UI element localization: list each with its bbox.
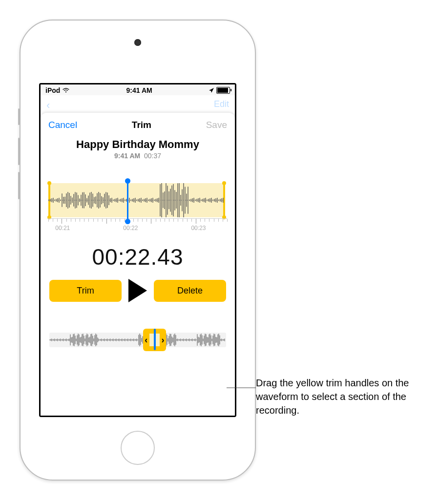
overview-waveform-svg xyxy=(49,333,225,347)
play-button[interactable] xyxy=(128,279,147,302)
ipod-device-frame: iPod 9:41 AM xyxy=(20,20,256,481)
current-time-display: 00:22.43 xyxy=(41,244,235,270)
detail-waveform[interactable]: 00:2100:2200:23 xyxy=(48,178,227,232)
playhead[interactable] xyxy=(127,180,128,222)
edit-button-dimmed: Edit xyxy=(214,99,229,112)
callout-leader-line xyxy=(227,382,256,397)
location-arrow-icon xyxy=(209,87,214,93)
recording-title: Happy Birthday Mommy xyxy=(41,138,235,151)
home-button[interactable] xyxy=(121,431,155,465)
back-chevron-icon: ‹ xyxy=(46,99,50,112)
carrier-label: iPod xyxy=(45,86,60,94)
status-bar: iPod 9:41 AM xyxy=(41,84,235,95)
save-button: Save xyxy=(206,120,227,130)
status-time: 9:41 AM xyxy=(126,86,152,94)
recording-duration: 00:37 xyxy=(144,152,161,160)
trim-sheet: Cancel Trim Save Happy Birthday Mommy 9:… xyxy=(41,113,235,416)
overview-waveform[interactable]: ‹ › xyxy=(49,326,226,353)
recording-meta: 9:41 AM 00:37 xyxy=(41,152,235,160)
trim-button[interactable]: Trim xyxy=(49,280,122,302)
callout-text: Drag the yellow trim handles on the wave… xyxy=(256,376,412,417)
trim-handle-right[interactable]: › xyxy=(160,335,166,345)
volume-down-button xyxy=(18,172,20,199)
battery-icon xyxy=(216,87,230,94)
overview-playhead[interactable] xyxy=(154,329,156,350)
delete-button[interactable]: Delete xyxy=(154,280,226,302)
front-camera xyxy=(134,39,141,46)
recording-timestamp: 9:41 AM xyxy=(114,152,140,160)
waveform-svg xyxy=(48,183,224,217)
trim-handle-left[interactable]: ‹ xyxy=(143,335,149,345)
screen: iPod 9:41 AM xyxy=(39,83,236,417)
sheet-title: Trim xyxy=(77,120,206,130)
cancel-button[interactable]: Cancel xyxy=(48,120,77,130)
wifi-icon xyxy=(62,87,70,93)
mute-switch xyxy=(18,108,20,125)
volume-up-button xyxy=(18,138,20,165)
